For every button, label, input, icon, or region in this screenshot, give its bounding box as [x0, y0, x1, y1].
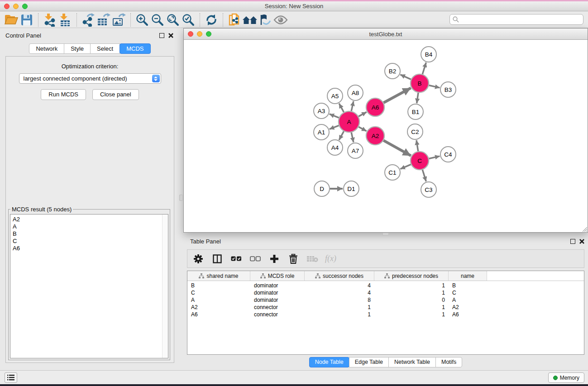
result-list-scrollbar[interactable] — [162, 214, 168, 358]
graph-edge-C-C1[interactable] — [400, 164, 411, 169]
graph-node-C3[interactable]: C3 — [421, 182, 436, 197]
column-view-button[interactable] — [211, 253, 224, 265]
table-row[interactable]: A2connector11A2 — [187, 304, 584, 311]
graph-node-C[interactable]: C — [411, 152, 429, 170]
graph-node-C1[interactable]: C1 — [385, 165, 400, 180]
graph-node-C2[interactable]: C2 — [407, 124, 423, 139]
mcds-result-item[interactable]: A — [13, 223, 161, 230]
graph-edge-A-A7[interactable] — [351, 132, 354, 142]
graph-node-A7[interactable]: A7 — [348, 143, 363, 158]
table-row[interactable]: A6connector11A6 — [187, 311, 584, 318]
graph-edge-A-A8[interactable] — [351, 101, 354, 111]
tab-network-table[interactable]: Network Table — [388, 357, 436, 367]
graph-edge-A-A5[interactable] — [339, 104, 344, 112]
mcds-result-item[interactable]: A6 — [13, 245, 161, 252]
column-header-MCDS-role[interactable]: MCDS role — [250, 271, 305, 281]
graph-edge-A-A4[interactable] — [339, 131, 344, 140]
close-panel-icon[interactable] — [579, 239, 584, 244]
show-details-button[interactable] — [273, 13, 288, 27]
import-table-button[interactable] — [57, 13, 73, 27]
run-mcds-button[interactable]: Run MCDS — [41, 89, 86, 100]
table-row[interactable]: Bdominator41B — [187, 282, 584, 289]
network-file-button[interactable] — [227, 13, 242, 27]
graph-node-C4[interactable]: C4 — [440, 147, 456, 162]
graph-edge-B-B1[interactable] — [417, 93, 418, 103]
graph-node-A8[interactable]: A8 — [348, 85, 363, 100]
search-input[interactable] — [449, 14, 583, 25]
graph-edge-A-A3[interactable] — [330, 114, 339, 118]
deselect-all-button[interactable] — [249, 253, 262, 265]
import-network-button[interactable] — [42, 13, 57, 27]
graph-edge-C-C3[interactable] — [422, 170, 426, 181]
column-header-shared-name[interactable]: shared name — [187, 271, 250, 281]
optimization-criterion-select[interactable]: largest connected component (directed) — [19, 73, 161, 84]
zoom-fit-button[interactable] — [165, 13, 181, 27]
column-header-predecessor-nodes[interactable]: predecessor nodes — [374, 271, 449, 281]
graph-node-B[interactable]: B — [411, 74, 429, 92]
mcds-result-item[interactable]: C — [13, 238, 161, 245]
graph-edge-C-C4[interactable] — [429, 156, 440, 158]
select-all-button[interactable] — [230, 253, 243, 265]
mcds-result-list[interactable]: A2ABCA6 — [10, 214, 168, 358]
hide-details-button[interactable] — [258, 13, 273, 27]
zoom-selected-button[interactable] — [181, 13, 196, 27]
column-header-name[interactable]: name — [449, 271, 487, 281]
graph-node-A4[interactable]: A4 — [327, 140, 343, 155]
export-network-button[interactable] — [81, 13, 96, 27]
graph-node-A5[interactable]: A5 — [327, 88, 343, 104]
graph-node-A6[interactable]: A6 — [366, 98, 384, 116]
table-row[interactable]: Cdominator41C — [187, 289, 584, 296]
graph-node-A2[interactable]: A2 — [366, 127, 384, 145]
mcds-result-item[interactable]: B — [13, 230, 161, 238]
tab-node-table[interactable]: Node Table — [309, 357, 349, 367]
export-table-button[interactable] — [96, 13, 111, 27]
settings-button[interactable] — [192, 253, 205, 265]
function-builder-button[interactable]: f(x) — [325, 253, 336, 265]
refresh-button[interactable] — [204, 13, 219, 27]
graph-edge-C-C2[interactable] — [416, 140, 418, 151]
close-panel-button[interactable]: Close panel — [92, 89, 139, 100]
graph-node-B2[interactable]: B2 — [385, 63, 400, 79]
graph-edge-B-B4[interactable] — [422, 62, 426, 74]
mcds-result-item[interactable]: A2 — [13, 216, 161, 223]
delete-table-button[interactable] — [306, 253, 319, 265]
graph-node-A1[interactable]: A1 — [314, 124, 329, 140]
graph-edge-A6-B[interactable] — [383, 88, 411, 103]
network-canvas[interactable]: B4B2BB3A8A5A6A3B1AA1C2A2A4A7C4CC1C3DD1 — [184, 40, 588, 232]
zoom-in-button[interactable] — [134, 13, 150, 27]
graph-edge-A-A6[interactable] — [359, 112, 367, 117]
graph-node-A3[interactable]: A3 — [314, 103, 329, 119]
table-row[interactable]: Adominator80A — [187, 296, 584, 304]
tab-mcds[interactable]: MCDS — [120, 43, 150, 54]
memory-button[interactable]: Memory — [548, 372, 584, 383]
graph-edge-B-B3[interactable] — [429, 86, 440, 88]
close-panel-icon[interactable] — [168, 33, 173, 38]
column-header-successor-nodes[interactable]: successor nodes — [305, 271, 374, 281]
tab-style[interactable]: Style — [64, 43, 91, 54]
float-panel-icon[interactable] — [159, 33, 164, 38]
graph-edge-B-B2[interactable] — [400, 75, 411, 80]
graph-edge-A-A2[interactable] — [359, 127, 366, 131]
home-button[interactable] — [242, 13, 258, 27]
graph-edge-A-A1[interactable] — [330, 125, 339, 129]
vertical-splitter-handle[interactable] — [179, 195, 183, 201]
tab-select[interactable]: Select — [90, 43, 120, 54]
tab-motifs[interactable]: Motifs — [435, 357, 462, 367]
graph-node-B1[interactable]: B1 — [408, 104, 423, 119]
delete-column-button[interactable] — [287, 253, 300, 265]
window-resize-grip[interactable] — [581, 226, 587, 232]
float-panel-icon[interactable] — [570, 239, 575, 244]
zoom-out-button[interactable] — [150, 13, 165, 27]
graph-node-D[interactable]: D — [314, 181, 330, 196]
tab-network[interactable]: Network — [29, 43, 64, 54]
open-session-button[interactable] — [4, 13, 19, 27]
tab-edge-table[interactable]: Edge Table — [349, 357, 389, 367]
graph-node-D1[interactable]: D1 — [344, 181, 359, 196]
task-history-button[interactable] — [5, 372, 17, 383]
export-image-button[interactable] — [111, 13, 127, 27]
graph-node-B4[interactable]: B4 — [421, 47, 436, 62]
graph-node-B3[interactable]: B3 — [440, 82, 456, 97]
graph-node-A[interactable]: A — [339, 111, 359, 132]
add-column-button[interactable] — [268, 253, 281, 265]
graph-edge-A2-C[interactable] — [383, 140, 411, 156]
